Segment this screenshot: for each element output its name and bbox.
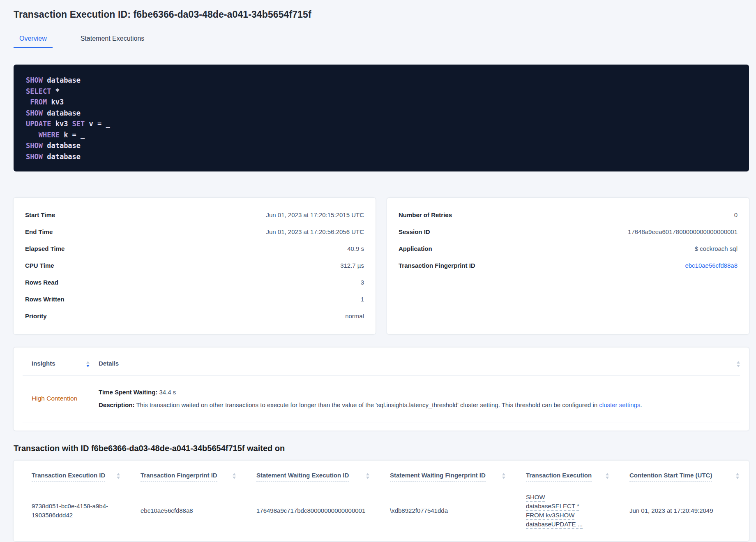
sql-line: SHOW database — [26, 108, 737, 119]
sql-keyword: SHOW — [26, 141, 43, 150]
kv-row: Transaction Fingerprint ID ebc10ae56cfd8… — [399, 262, 738, 279]
sql-text: v = _ — [85, 120, 110, 128]
sql-keyword: SHOW — [26, 109, 43, 117]
sql-text: database — [43, 109, 81, 117]
sql-text: database — [43, 153, 81, 161]
tab-bar: Overview Statement Executions — [14, 31, 749, 48]
sql-text: database — [43, 76, 81, 84]
kv-label: Session ID — [399, 228, 430, 235]
insights-table-header: Insights Details — [23, 347, 740, 375]
kv-row: Rows Read 3 — [25, 279, 364, 296]
sql-line: FROM kv3 — [26, 97, 737, 108]
kv-value: 1 — [361, 296, 364, 303]
column-header-transaction-execution-id[interactable]: Transaction Execution ID — [23, 472, 131, 485]
tab-overview[interactable]: Overview — [14, 31, 53, 48]
sql-line: SHOW database — [26, 151, 737, 162]
insight-row: High Contention Time Spent Waiting: 34.4… — [23, 376, 740, 422]
execution-details-card: Start Time Jun 01, 2023 at 17:20:15:2015… — [14, 198, 376, 334]
kv-value: $ cockroach sql — [695, 245, 738, 252]
sql-text: k = _ — [60, 131, 85, 139]
sql-statement-box: SHOW database SELECT * FROM kv3 SHOW dat… — [14, 65, 749, 171]
sort-icon[interactable] — [233, 473, 236, 479]
sql-keyword: SHOW — [26, 153, 43, 161]
cell-statement-waiting-execution-id: 176498a9c717bdc80000000000000001 — [256, 506, 365, 515]
kv-value: 312.7 µs — [340, 262, 364, 269]
sql-text: kv3 — [47, 98, 64, 106]
cell-transaction-fingerprint-id: ebc10ae56cfd88a8 — [141, 506, 193, 515]
kv-row: Rows Written 1 — [25, 296, 364, 313]
insights-table-card: Insights Details High Contention Time Sp… — [14, 347, 749, 431]
sort-icon[interactable] — [606, 473, 609, 479]
sql-line: WHERE k = _ — [26, 130, 737, 141]
sort-icon[interactable] — [736, 473, 739, 479]
kv-row: Application $ cockroach sql — [399, 245, 738, 262]
description-text: This transaction waited on other transac… — [135, 401, 599, 408]
card-footer-spacer — [23, 422, 740, 431]
sql-text: * — [51, 87, 59, 95]
cluster-settings-link[interactable]: cluster settings — [599, 401, 640, 408]
waited-on-table-header: Transaction Execution ID Transaction Fin… — [23, 461, 740, 485]
kv-value: 40.9 s — [347, 245, 364, 252]
kv-label: Start Time — [25, 211, 55, 218]
waiting-label: Time Spent Waiting: — [99, 389, 157, 396]
kv-label: Rows Written — [25, 296, 65, 303]
kv-label: Priority — [25, 313, 47, 320]
column-header-contention-start-time[interactable]: Contention Start Time (UTC) — [620, 472, 740, 485]
insight-type-label: High Contention — [23, 395, 90, 402]
kv-label: Transaction Fingerprint ID — [399, 262, 475, 269]
kv-value: Jun 01, 2023 at 17:20:15:2015 UTC — [266, 211, 364, 218]
kv-label: Elapsed Time — [25, 245, 65, 252]
column-header-transaction-fingerprint-id[interactable]: Transaction Fingerprint ID — [131, 472, 247, 485]
sort-icon[interactable] — [366, 473, 369, 479]
transaction-fingerprint-link[interactable]: ebc10ae56cfd88a8 — [685, 262, 738, 269]
sql-line: SHOW database — [26, 75, 737, 86]
column-label[interactable]: Statement Waiting Execution ID — [256, 472, 349, 482]
insights-column-label[interactable]: Insights — [32, 360, 55, 370]
sql-keyword: WHERE — [26, 131, 60, 139]
sql-text: kv3 — [51, 120, 72, 128]
waited-on-table-card: Transaction Execution ID Transaction Fin… — [14, 461, 749, 541]
kv-row: Start Time Jun 01, 2023 at 17:20:15:2015… — [25, 211, 364, 228]
column-header-transaction-execution[interactable]: Transaction Execution — [517, 472, 620, 485]
column-header-statement-waiting-execution-id[interactable]: Statement Waiting Execution ID — [247, 472, 381, 485]
sort-icon[interactable] — [86, 361, 90, 367]
kv-row: Priority normal — [25, 313, 364, 329]
column-label[interactable]: Transaction Execution ID — [32, 472, 105, 482]
page-container: Transaction Execution ID: f6be6366-da03-… — [0, 0, 756, 541]
cell-transaction-execution-link[interactable]: SHOW databaseSELECT * FROM kv3SHOW datab… — [526, 493, 596, 529]
time-spent-waiting-line: Time Spent Waiting: 34.4 s — [99, 386, 740, 398]
kv-value: 0 — [734, 211, 738, 218]
cell-statement-waiting-fingerprint-id: \xdb8922f077541dda — [390, 506, 448, 515]
kv-row: CPU Time 312.7 µs — [25, 262, 364, 279]
sort-icon[interactable] — [502, 473, 505, 479]
tab-statement-executions[interactable]: Statement Executions — [75, 31, 150, 48]
kv-value: Jun 01, 2023 at 17:20:56:2056 UTC — [266, 228, 364, 235]
sort-icon[interactable] — [117, 473, 120, 479]
details-column-label[interactable]: Details — [99, 360, 119, 370]
table-row: 9738d051-bc0e-4158-a9b4-1903586ddd42 ebc… — [23, 485, 740, 539]
sort-icon[interactable] — [737, 361, 740, 367]
sql-line: SHOW database — [26, 140, 737, 151]
insight-details: Time Spent Waiting: 34.4 s Description: … — [90, 386, 740, 411]
column-label[interactable]: Statement Waiting Fingerprint ID — [390, 472, 486, 482]
description-suffix: . — [640, 401, 642, 408]
sql-keyword: UPDATE — [26, 120, 51, 128]
kv-row: Elapsed Time 40.9 s — [25, 245, 364, 262]
insights-column-header[interactable]: Insights — [23, 360, 90, 370]
sql-line: SELECT * — [26, 86, 737, 97]
column-label[interactable]: Transaction Fingerprint ID — [141, 472, 217, 482]
kv-label: Rows Read — [25, 279, 58, 286]
column-header-statement-waiting-fingerprint-id[interactable]: Statement Waiting Fingerprint ID — [381, 472, 517, 485]
column-label[interactable]: Transaction Execution — [526, 472, 592, 482]
sql-keyword: SET — [72, 120, 85, 128]
kv-label: Application — [399, 245, 432, 252]
column-label[interactable]: Contention Start Time (UTC) — [629, 472, 712, 482]
sql-text: database — [43, 141, 81, 150]
details-column-header[interactable]: Details — [90, 360, 737, 370]
kv-row: End Time Jun 01, 2023 at 17:20:56:2056 U… — [25, 228, 364, 245]
sql-keyword: FROM — [26, 98, 47, 106]
sql-line: UPDATE kv3 SET v = _ — [26, 118, 737, 130]
waiting-value: 34.4 s — [157, 389, 176, 396]
waited-on-section-title: Transaction with ID f6be6366-da03-48de-a… — [14, 444, 749, 453]
description-label: Description: — [99, 401, 135, 408]
